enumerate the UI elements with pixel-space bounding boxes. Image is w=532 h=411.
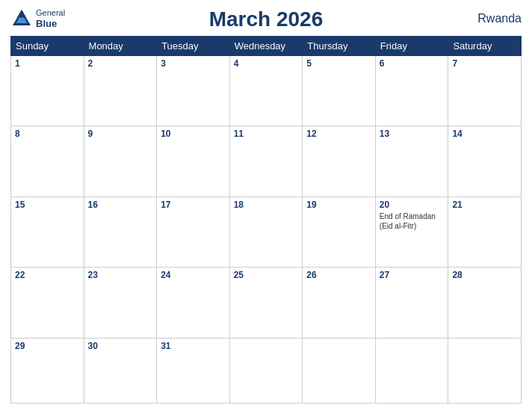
- calendar-cell: 27: [375, 268, 448, 338]
- day-number: 13: [380, 129, 445, 139]
- day-number: 10: [161, 129, 226, 139]
- day-number: 27: [380, 270, 445, 280]
- header-friday: Friday: [375, 37, 448, 56]
- calendar-title: March 2026: [209, 7, 324, 31]
- calendar-week-row: 151617181920End of Ramadan (Eid al-Fitr)…: [11, 197, 522, 267]
- day-number: 7: [452, 58, 517, 69]
- header-monday: Monday: [84, 37, 157, 56]
- day-number: 26: [306, 270, 371, 280]
- day-number: 2: [88, 58, 153, 69]
- calendar-cell: [448, 338, 522, 403]
- calendar-cell: 19: [303, 197, 376, 267]
- day-number: 15: [15, 200, 80, 210]
- calendar-cell: 11: [229, 126, 303, 197]
- calendar-cell: 10: [157, 126, 230, 197]
- day-number: 5: [306, 58, 371, 69]
- header-tuesday: Tuesday: [157, 37, 230, 56]
- day-number: 21: [452, 200, 517, 210]
- calendar-cell: 31: [157, 338, 230, 403]
- calendar-cell: [375, 338, 448, 403]
- day-number: 11: [234, 129, 299, 139]
- event-label: End of Ramadan (Eid al-Fitr): [380, 211, 445, 231]
- calendar-cell: 20End of Ramadan (Eid al-Fitr): [375, 197, 448, 267]
- calendar-cell: 12: [303, 126, 376, 197]
- logo-line2: Blue: [36, 18, 65, 30]
- calendar-cell: 14: [448, 126, 522, 197]
- calendar-cell: 29: [11, 338, 84, 403]
- calendar-cell: [303, 338, 376, 403]
- calendar-cell: 13: [375, 126, 448, 197]
- calendar-cell: 21: [448, 197, 522, 267]
- calendar-cell: 26: [303, 268, 376, 338]
- calendar-cell: 24: [157, 268, 230, 338]
- calendar-week-row: 22232425262728: [11, 268, 522, 338]
- calendar-cell: [229, 338, 303, 403]
- calendar-cell: 7: [448, 56, 522, 126]
- calendar-cell: 18: [229, 197, 303, 267]
- calendar-container: General Blue March 2026 Rwanda Sunday Mo…: [0, 0, 532, 411]
- day-number: 20: [380, 200, 445, 210]
- calendar-cell: 28: [448, 268, 522, 338]
- calendar-week-row: 891011121314: [11, 126, 522, 197]
- day-number: 6: [380, 58, 445, 69]
- day-number: 22: [15, 270, 80, 280]
- calendar-header: General Blue March 2026 Rwanda: [10, 7, 522, 31]
- calendar-cell: 3: [157, 56, 230, 126]
- day-number: 23: [88, 270, 153, 280]
- calendar-cell: 6: [375, 56, 448, 126]
- day-number: 28: [452, 270, 517, 280]
- calendar-cell: 22: [11, 268, 84, 338]
- day-number: 24: [161, 270, 226, 280]
- header-sunday: Sunday: [11, 37, 84, 56]
- calendar-cell: 15: [11, 197, 84, 267]
- day-number: 12: [306, 129, 371, 139]
- day-number: 14: [452, 129, 517, 139]
- header-wednesday: Wednesday: [229, 37, 303, 56]
- day-number: 30: [88, 341, 153, 351]
- calendar-cell: 30: [84, 338, 157, 403]
- calendar-week-row: 1234567: [11, 56, 522, 126]
- calendar-week-row: 293031: [11, 338, 522, 403]
- header-thursday: Thursday: [303, 37, 376, 56]
- logo-line1: General: [36, 8, 65, 18]
- day-number: 29: [15, 341, 80, 351]
- calendar-table: Sunday Monday Tuesday Wednesday Thursday…: [10, 36, 522, 404]
- header-saturday: Saturday: [448, 37, 522, 56]
- weekday-header-row: Sunday Monday Tuesday Wednesday Thursday…: [11, 37, 522, 56]
- calendar-cell: 5: [303, 56, 376, 126]
- day-number: 16: [88, 200, 153, 210]
- day-number: 9: [88, 129, 153, 139]
- calendar-cell: 4: [229, 56, 303, 126]
- calendar-cell: 16: [84, 197, 157, 267]
- day-number: 4: [234, 58, 299, 69]
- calendar-cell: 9: [84, 126, 157, 197]
- calendar-cell: 8: [11, 126, 84, 197]
- day-number: 3: [161, 58, 226, 69]
- calendar-cell: 25: [229, 268, 303, 338]
- calendar-cell: 1: [11, 56, 84, 126]
- day-number: 18: [234, 200, 299, 210]
- country-label: Rwanda: [477, 12, 522, 25]
- day-number: 31: [161, 341, 226, 351]
- day-number: 19: [306, 200, 371, 210]
- calendar-cell: 23: [84, 268, 157, 338]
- day-number: 8: [15, 129, 80, 139]
- svg-marker-2: [17, 10, 26, 18]
- day-number: 1: [15, 58, 80, 69]
- day-number: 25: [234, 270, 299, 280]
- calendar-cell: 2: [84, 56, 157, 126]
- logo: General Blue: [10, 7, 65, 30]
- calendar-cell: 17: [157, 197, 230, 267]
- day-number: 17: [161, 200, 226, 210]
- logo-icon: [10, 7, 33, 30]
